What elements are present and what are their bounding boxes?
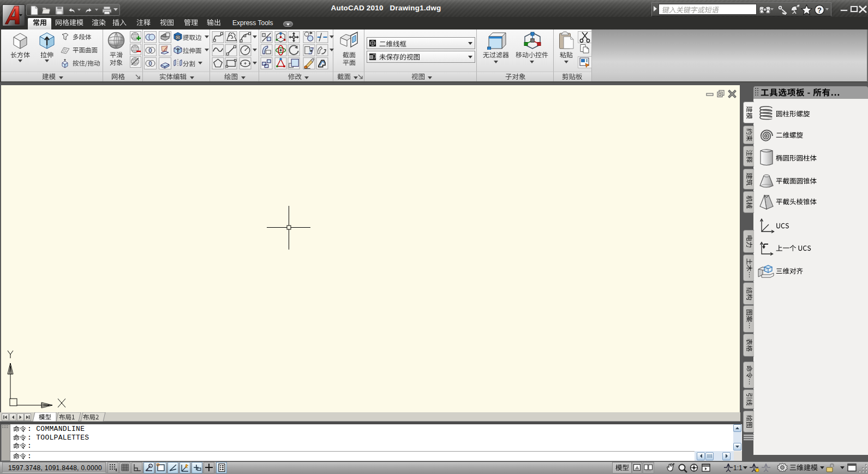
svg-text:?: ? xyxy=(817,6,822,14)
